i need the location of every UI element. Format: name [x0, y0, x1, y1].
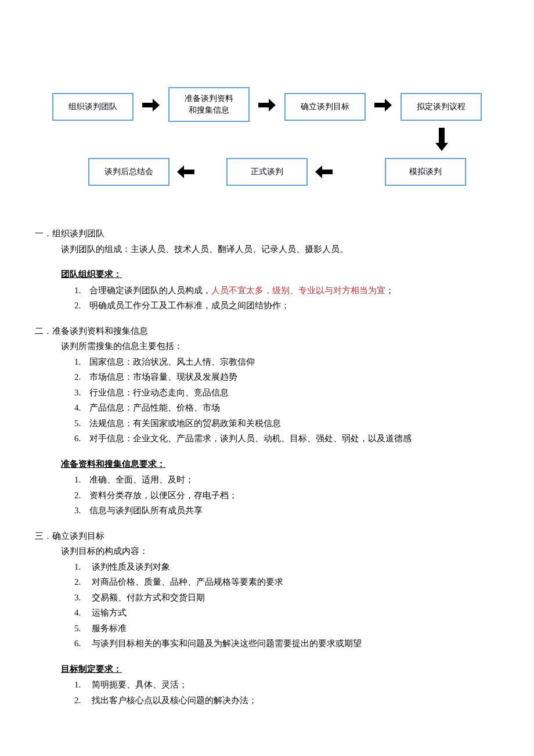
section-1-title: 组织谈判团队	[52, 229, 104, 238]
svg-rect-0	[142, 103, 153, 107]
s3-i2-num: 2.	[74, 575, 89, 590]
flow-box-2-line2: 和搜集信息	[189, 105, 229, 116]
s1-r1a: 合理确定谈判团队的人员构成，	[89, 286, 211, 295]
svg-rect-4	[374, 103, 385, 107]
s2-r3-num: 3.	[74, 503, 89, 519]
section-2-heading: 二．准备谈判资料和搜集信息	[35, 324, 499, 339]
s3-i6: 6. 与谈判目标相关的事实和问题及为解决这些问题需要提出的要求或期望	[35, 636, 499, 651]
s3-i1-txt: 谈判性质及谈判对象	[92, 562, 170, 571]
s2-i3: 3.行业信息：行业动态走向、竞品信息	[35, 386, 499, 401]
s3-i5-num: 5.	[74, 621, 89, 636]
s2-i5-txt: 法规信息：有关国家或地区的贸易政策和关税信息	[89, 419, 281, 428]
s2-r3-txt: 信息与谈判团队所有成员共享	[89, 506, 203, 515]
s3-i3: 3. 交易额、付款方式和交货日期	[35, 591, 499, 606]
s2-i6-txt: 对手信息：企业文化、产品需求，谈判人员、动机、目标、强处、弱处，以及道德感	[89, 434, 412, 443]
svg-rect-6	[439, 128, 445, 143]
section-2-intro: 谈判所需搜集的信息主要包括：	[35, 339, 499, 354]
flow-box-4: 拟定谈判议程	[400, 93, 482, 121]
svg-marker-1	[153, 99, 160, 111]
s2-i1-txt: 国家信息：政治状况、风土人情、宗教信仰	[89, 357, 255, 366]
document-body: 一．组织谈判团队 谈判团队的组成：主谈人员、技术人员、翻译人员、记录人员、摄影人…	[35, 226, 499, 708]
s3-r1-txt: 简明扼要、具体、灵活；	[92, 680, 187, 689]
s2-i4-num: 4.	[74, 401, 89, 416]
s2-r2-txt: 资料分类存放，以便区分，存电子档；	[89, 491, 237, 500]
arrow-down-icon	[435, 128, 448, 151]
svg-marker-3	[269, 99, 276, 111]
section-2-title: 准备谈判资料和搜集信息	[52, 326, 148, 336]
section-3-num: 三．	[35, 531, 52, 541]
s3-r1-num: 1.	[74, 678, 89, 693]
s2-r1: 1.准确、全面、适用、及时；	[35, 473, 499, 488]
flow-box-3: 确立谈判目标	[284, 93, 366, 121]
section-2-num: 二．	[35, 326, 52, 336]
flow-box-5: 模拟谈判	[385, 158, 466, 186]
s1-r2: 明确成员工作分工及工作标准，成员之间团结协作；	[89, 301, 290, 310]
flowchart: 组织谈判团队 准备谈判资料 和搜集信息 确立谈判目标 拟定谈判议程 模拟谈判 正…	[52, 87, 499, 209]
s1-r1b: 人员不宜太多，级别、专业以与对方相当为宜	[211, 286, 385, 295]
s2-r2: 2.资料分类存放，以便区分，存电子档；	[35, 488, 499, 503]
s3-r1: 1. 简明扼要、具体、灵活；	[35, 678, 499, 693]
svg-marker-10	[177, 165, 184, 178]
section-3-req-title: 目标制定要求：	[35, 662, 499, 677]
s3-i6-num: 6.	[74, 636, 89, 651]
flow-box-1: 组织谈判团队	[52, 93, 134, 121]
flow-box-2: 准备谈判资料 和搜集信息	[168, 87, 250, 122]
s3-i3-num: 3.	[74, 591, 89, 606]
s1-r2-num: 2.	[74, 298, 89, 314]
s3-i5: 5. 服务标准	[35, 621, 499, 636]
svg-rect-11	[184, 170, 194, 174]
flow-box-2-line1: 准备谈判资料	[185, 93, 233, 105]
s3-i4-num: 4.	[74, 606, 89, 621]
s3-i1-num: 1.	[74, 560, 89, 575]
s2-i2-txt: 市场信息：市场容量、现状及发展趋势	[89, 372, 237, 381]
s2-i5-num: 5.	[74, 416, 89, 431]
s3-r2-num: 2.	[74, 693, 89, 708]
s2-i4: 4.产品信息：产品性能、价格、市场	[35, 401, 499, 416]
arrow-left-icon	[315, 165, 333, 178]
s3-i2: 2. 对商品价格、质量、品种、产品规格等要素的要求	[35, 575, 499, 590]
section-3-title: 确立谈判目标	[52, 531, 104, 541]
svg-marker-5	[385, 99, 392, 111]
s3-i5-txt: 服务标准	[92, 624, 127, 633]
section-1-num: 一．	[35, 229, 52, 238]
s2-i4-txt: 产品信息：产品性能、价格、市场	[89, 403, 220, 412]
s2-i6-num: 6.	[74, 431, 89, 447]
s1-r1c: ；	[385, 286, 394, 295]
section-1-r1: 1.合理确定谈判团队的人员构成，人员不宜太多，级别、专业以与对方相当为宜；	[35, 283, 499, 298]
section-1-heading: 一．组织谈判团队	[35, 226, 499, 242]
flow-box-6: 正式谈判	[226, 158, 308, 186]
s2-i2-num: 2.	[74, 370, 89, 385]
s3-i4: 4. 运输方式	[35, 606, 499, 621]
section-2-req-title: 准备资料和搜集信息要求：	[35, 457, 499, 472]
section-1: 一．组织谈判团队 谈判团队的组成：主谈人员、技术人员、翻译人员、记录人员、摄影人…	[35, 226, 499, 314]
section-3: 三．确立谈判目标 谈判目标的构成内容： 1. 谈判性质及谈判对象 2. 对商品价…	[35, 529, 499, 708]
flow-box-7: 谈判后总结会	[88, 158, 169, 186]
s1-r1-num: 1.	[74, 283, 89, 298]
s2-i3-txt: 行业信息：行业动态走向、竞品信息	[89, 388, 229, 397]
section-3-heading: 三．确立谈判目标	[35, 529, 499, 544]
section-2: 二．准备谈判资料和搜集信息 谈判所需搜集的信息主要包括： 1.国家信息：政治状况…	[35, 324, 499, 519]
s3-i4-txt: 运输方式	[92, 608, 127, 617]
svg-marker-8	[315, 165, 322, 178]
s2-r3: 3.信息与谈判团队所有成员共享	[35, 503, 499, 519]
s2-i5: 5.法规信息：有关国家或地区的贸易政策和关税信息	[35, 416, 499, 431]
arrow-right-icon	[374, 99, 392, 111]
s2-i6: 6.对手信息：企业文化、产品需求，谈判人员、动机、目标、强处、弱处，以及道德感	[35, 431, 499, 447]
section-1-req-title: 团队组织要求：	[35, 267, 499, 282]
s2-r2-num: 2.	[74, 488, 89, 503]
s2-i1-num: 1.	[74, 355, 89, 370]
s3-i6-txt: 与谈判目标相关的事实和问题及为解决这些问题需要提出的要求或期望	[92, 639, 362, 648]
svg-rect-2	[258, 103, 269, 107]
s3-r2-txt: 找出客户核心点以及核心问题的解决办法；	[92, 696, 257, 705]
arrow-right-icon	[142, 99, 160, 111]
s3-i1: 1. 谈判性质及谈判对象	[35, 560, 499, 575]
arrow-right-icon	[258, 99, 276, 111]
s2-r1-num: 1.	[74, 473, 89, 488]
section-1-r2: 2.明确成员工作分工及工作标准，成员之间团结协作；	[35, 298, 499, 314]
arrow-left-icon	[177, 165, 194, 178]
section-1-intro: 谈判团队的组成：主谈人员、技术人员、翻译人员、记录人员、摄影人员。	[35, 242, 499, 257]
svg-rect-9	[322, 170, 333, 174]
s2-i2: 2.市场信息：市场容量、现状及发展趋势	[35, 370, 499, 385]
svg-marker-7	[435, 143, 448, 151]
s2-r1-txt: 准确、全面、适用、及时；	[89, 475, 194, 484]
